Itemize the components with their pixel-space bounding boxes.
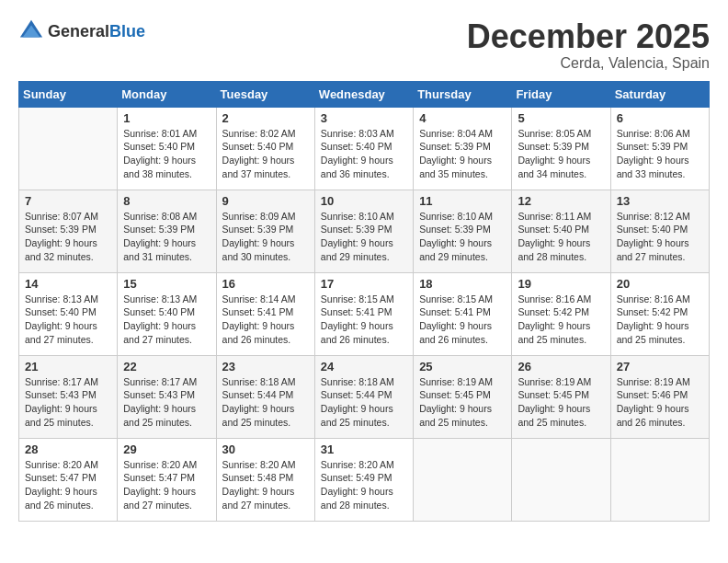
calendar-cell: 6Sunrise: 8:06 AMSunset: 5:39 PMDaylight… (610, 107, 709, 190)
day-number: 24 (321, 360, 407, 373)
day-info: Sunrise: 8:19 AMSunset: 5:46 PMDaylight:… (617, 375, 703, 430)
calendar-cell: 7Sunrise: 8:07 AMSunset: 5:39 PMDaylight… (19, 190, 118, 272)
calendar-table: SundayMondayTuesdayWednesdayThursdayFrid… (18, 81, 710, 522)
calendar-cell: 4Sunrise: 8:04 AMSunset: 5:39 PMDaylight… (414, 107, 512, 190)
weekday-header-wednesday: Wednesday (314, 81, 413, 107)
calendar-cell: 28Sunrise: 8:20 AMSunset: 5:47 PMDayligh… (19, 438, 118, 521)
day-number: 31 (321, 442, 407, 456)
day-info: Sunrise: 8:19 AMSunset: 5:45 PMDaylight:… (419, 375, 506, 430)
logo-text-blue: Blue (109, 22, 145, 40)
calendar-cell: 10Sunrise: 8:10 AMSunset: 5:39 PMDayligh… (314, 190, 413, 272)
day-number: 17 (321, 277, 407, 291)
day-info: Sunrise: 8:19 AMSunset: 5:45 PMDaylight:… (518, 375, 604, 430)
day-number: 4 (419, 111, 506, 125)
calendar-cell: 23Sunrise: 8:18 AMSunset: 5:44 PMDayligh… (216, 355, 314, 438)
day-number: 23 (222, 360, 309, 373)
calendar-cell (414, 438, 512, 521)
weekday-header-thursday: Thursday (414, 81, 512, 107)
day-number: 26 (518, 360, 604, 373)
day-info: Sunrise: 8:20 AMSunset: 5:47 PMDaylight:… (25, 458, 111, 512)
calendar-week-row: 21Sunrise: 8:17 AMSunset: 5:43 PMDayligh… (19, 355, 710, 438)
day-info: Sunrise: 8:09 AMSunset: 5:39 PMDaylight:… (222, 210, 309, 264)
weekday-header-tuesday: Tuesday (216, 81, 314, 107)
calendar-week-row: 14Sunrise: 8:13 AMSunset: 5:40 PMDayligh… (19, 272, 710, 355)
calendar-cell: 11Sunrise: 8:10 AMSunset: 5:39 PMDayligh… (414, 190, 512, 272)
calendar-cell (512, 438, 610, 521)
day-info: Sunrise: 8:06 AMSunset: 5:39 PMDaylight:… (617, 127, 703, 181)
day-info: Sunrise: 8:20 AMSunset: 5:49 PMDaylight:… (321, 458, 407, 512)
day-info: Sunrise: 8:04 AMSunset: 5:39 PMDaylight:… (419, 127, 506, 181)
day-number: 10 (321, 194, 407, 208)
calendar-cell: 2Sunrise: 8:02 AMSunset: 5:40 PMDaylight… (216, 107, 314, 190)
page-header: GeneralBlue December 2025 Cerda, Valenci… (18, 18, 710, 72)
calendar-cell: 16Sunrise: 8:14 AMSunset: 5:41 PMDayligh… (216, 272, 314, 355)
day-info: Sunrise: 8:10 AMSunset: 5:39 PMDaylight:… (321, 210, 407, 264)
calendar-week-row: 7Sunrise: 8:07 AMSunset: 5:39 PMDaylight… (19, 190, 710, 272)
calendar-cell: 30Sunrise: 8:20 AMSunset: 5:48 PMDayligh… (216, 438, 314, 521)
location-title: Cerda, Valencia, Spain (467, 55, 710, 72)
day-number: 2 (222, 111, 309, 125)
weekday-header-row: SundayMondayTuesdayWednesdayThursdayFrid… (19, 81, 710, 107)
day-number: 28 (25, 442, 111, 456)
day-info: Sunrise: 8:13 AMSunset: 5:40 PMDaylight:… (123, 293, 210, 347)
title-section: December 2025 Cerda, Valencia, Spain (467, 18, 710, 72)
day-number: 6 (617, 111, 703, 125)
day-info: Sunrise: 8:01 AMSunset: 5:40 PMDaylight:… (123, 127, 210, 181)
calendar-cell (19, 107, 118, 190)
calendar-cell: 31Sunrise: 8:20 AMSunset: 5:49 PMDayligh… (314, 438, 413, 521)
day-number: 3 (321, 111, 407, 125)
day-info: Sunrise: 8:11 AMSunset: 5:40 PMDaylight:… (518, 210, 604, 264)
day-number: 16 (222, 277, 309, 291)
day-info: Sunrise: 8:12 AMSunset: 5:40 PMDaylight:… (617, 210, 703, 264)
logo: GeneralBlue (18, 18, 145, 44)
day-number: 7 (25, 194, 111, 208)
weekday-header-friday: Friday (512, 81, 610, 107)
day-info: Sunrise: 8:17 AMSunset: 5:43 PMDaylight:… (25, 375, 111, 430)
calendar-cell: 25Sunrise: 8:19 AMSunset: 5:45 PMDayligh… (414, 355, 512, 438)
day-number: 5 (518, 111, 604, 125)
weekday-header-sunday: Sunday (19, 81, 118, 107)
weekday-header-monday: Monday (118, 81, 216, 107)
day-info: Sunrise: 8:16 AMSunset: 5:42 PMDaylight:… (617, 293, 703, 347)
day-info: Sunrise: 8:18 AMSunset: 5:44 PMDaylight:… (222, 375, 309, 430)
calendar-cell: 3Sunrise: 8:03 AMSunset: 5:40 PMDaylight… (314, 107, 413, 190)
day-number: 12 (518, 194, 604, 208)
calendar-cell: 5Sunrise: 8:05 AMSunset: 5:39 PMDaylight… (512, 107, 610, 190)
day-info: Sunrise: 8:03 AMSunset: 5:40 PMDaylight:… (321, 127, 407, 181)
day-info: Sunrise: 8:18 AMSunset: 5:44 PMDaylight:… (321, 375, 407, 430)
calendar-cell: 29Sunrise: 8:20 AMSunset: 5:47 PMDayligh… (118, 438, 216, 521)
calendar-cell: 20Sunrise: 8:16 AMSunset: 5:42 PMDayligh… (610, 272, 709, 355)
calendar-cell: 12Sunrise: 8:11 AMSunset: 5:40 PMDayligh… (512, 190, 610, 272)
day-number: 18 (419, 277, 506, 291)
calendar-cell (610, 438, 709, 521)
day-number: 30 (222, 442, 309, 456)
day-number: 9 (222, 194, 309, 208)
day-number: 27 (617, 360, 703, 373)
calendar-cell: 24Sunrise: 8:18 AMSunset: 5:44 PMDayligh… (314, 355, 413, 438)
day-number: 20 (617, 277, 703, 291)
day-info: Sunrise: 8:15 AMSunset: 5:41 PMDaylight:… (419, 293, 506, 347)
day-info: Sunrise: 8:08 AMSunset: 5:39 PMDaylight:… (123, 210, 210, 264)
logo-icon (18, 18, 44, 44)
calendar-cell: 27Sunrise: 8:19 AMSunset: 5:46 PMDayligh… (610, 355, 709, 438)
day-number: 19 (518, 277, 604, 291)
calendar-week-row: 1Sunrise: 8:01 AMSunset: 5:40 PMDaylight… (19, 107, 710, 190)
day-info: Sunrise: 8:15 AMSunset: 5:41 PMDaylight:… (321, 293, 407, 347)
calendar-week-row: 28Sunrise: 8:20 AMSunset: 5:47 PMDayligh… (19, 438, 710, 521)
logo-text-general: General (48, 22, 109, 40)
day-info: Sunrise: 8:17 AMSunset: 5:43 PMDaylight:… (123, 375, 210, 430)
day-number: 22 (123, 360, 210, 373)
day-info: Sunrise: 8:14 AMSunset: 5:41 PMDaylight:… (222, 293, 309, 347)
calendar-cell: 26Sunrise: 8:19 AMSunset: 5:45 PMDayligh… (512, 355, 610, 438)
day-info: Sunrise: 8:02 AMSunset: 5:40 PMDaylight:… (222, 127, 309, 181)
day-number: 29 (123, 442, 210, 456)
day-number: 15 (123, 277, 210, 291)
calendar-cell: 14Sunrise: 8:13 AMSunset: 5:40 PMDayligh… (19, 272, 118, 355)
calendar-cell: 1Sunrise: 8:01 AMSunset: 5:40 PMDaylight… (118, 107, 216, 190)
day-info: Sunrise: 8:16 AMSunset: 5:42 PMDaylight:… (518, 293, 604, 347)
calendar-cell: 18Sunrise: 8:15 AMSunset: 5:41 PMDayligh… (414, 272, 512, 355)
day-info: Sunrise: 8:07 AMSunset: 5:39 PMDaylight:… (25, 210, 111, 264)
weekday-header-saturday: Saturday (610, 81, 709, 107)
day-info: Sunrise: 8:05 AMSunset: 5:39 PMDaylight:… (518, 127, 604, 181)
calendar-cell: 17Sunrise: 8:15 AMSunset: 5:41 PMDayligh… (314, 272, 413, 355)
